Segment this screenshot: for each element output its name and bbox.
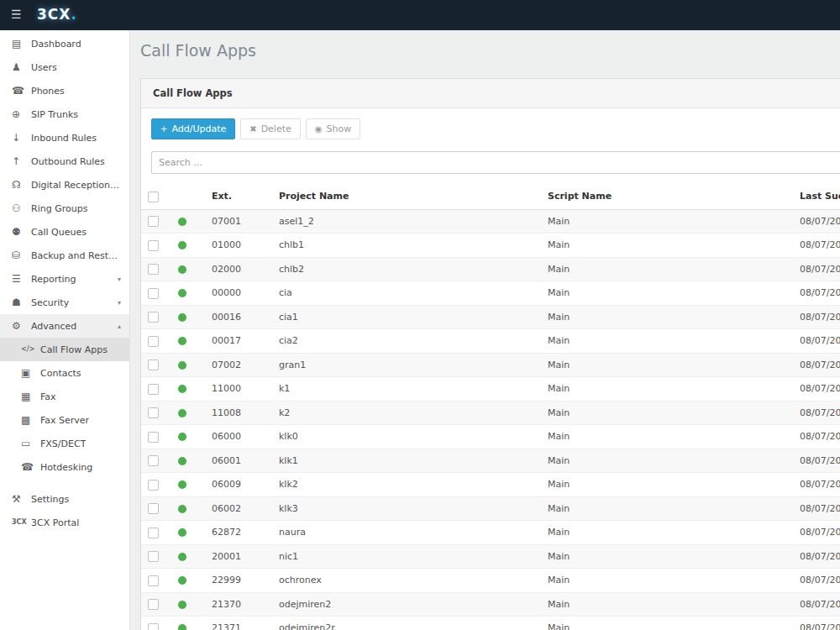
row-checkbox[interactable] <box>148 432 159 443</box>
row-checkbox[interactable] <box>148 503 159 514</box>
phone-icon: ☎ <box>12 86 31 96</box>
table-row[interactable]: 00016 cia1 Main 08/07/20 <box>141 305 840 329</box>
sidebar-item-reporting[interactable]: ☰Reporting▾ <box>0 267 129 291</box>
row-checkbox[interactable] <box>148 312 159 323</box>
row-checkbox[interactable] <box>148 288 159 299</box>
chevron-down-icon: ▾ <box>118 276 121 283</box>
ext-cell: 00000 <box>205 281 272 306</box>
table-row[interactable]: 21370 odejmiren2 Main 08/07/20 <box>141 592 840 617</box>
table-row[interactable]: 22999 ochronex Main 08/07/20 <box>141 569 840 593</box>
sidebar-item-dashboard[interactable]: ▤Dashboard <box>0 32 129 55</box>
delete-button[interactable]: ✖ Delete <box>240 118 301 139</box>
delete-label: Delete <box>261 123 291 134</box>
sidebar-item-call-queues[interactable]: ⚉Call Queues <box>0 220 129 244</box>
sidebar-item-call-flow-apps[interactable]: </>Call Flow Apps <box>0 338 129 361</box>
table-row[interactable]: 20001 nic1 Main 08/07/20 <box>141 544 840 569</box>
script-name-cell: Main <box>541 617 793 630</box>
sidebar-item-phones[interactable]: ☎Phones <box>0 79 129 102</box>
ext-cell: 07001 <box>205 209 272 234</box>
table-row[interactable]: 62872 naura Main 08/07/20 <box>141 521 840 545</box>
sidebar-item-portal[interactable]: 3CX3CX Portal <box>0 511 129 534</box>
script-name-cell: Main <box>541 209 793 234</box>
row-checkbox[interactable] <box>148 551 159 562</box>
sidebar-item-label: Contacts <box>40 368 81 379</box>
table-row[interactable]: 11000 k1 Main 08/07/20 <box>141 377 840 402</box>
script-name-cell: Main <box>541 353 793 377</box>
database-icon: ⛁ <box>12 250 31 260</box>
row-checkbox[interactable] <box>148 480 159 491</box>
select-all-checkbox[interactable] <box>148 192 159 202</box>
row-checkbox[interactable] <box>148 407 159 418</box>
last-successful-cell: 08/07/20 <box>793 473 840 497</box>
row-checkbox[interactable] <box>148 575 159 586</box>
sidebar-item-users[interactable]: ♟Users <box>0 55 129 79</box>
script-name-cell: Main <box>541 592 793 617</box>
table-row[interactable]: 07002 gran1 Main 08/07/20 <box>141 353 840 377</box>
table-row[interactable]: 21371 odejmiren2r Main 08/07/20 <box>141 617 840 630</box>
sidebar-item-inbound-rules[interactable]: ↓Inbound Rules <box>0 126 129 150</box>
row-checkbox[interactable] <box>148 599 159 610</box>
table-row[interactable]: 11008 k2 Main 08/07/20 <box>141 401 840 425</box>
row-checkbox[interactable] <box>148 360 159 370</box>
sidebar-item-advanced[interactable]: ⚙Advanced▴ <box>0 314 129 338</box>
status-dot <box>178 361 186 370</box>
sidebar-item-outbound-rules[interactable]: ↑Outbound Rules <box>0 150 129 173</box>
status-dot <box>178 528 186 537</box>
sidebar-item-ring-groups[interactable]: ⚇Ring Groups <box>0 197 129 220</box>
last-successful-cell: 08/07/20 <box>793 234 840 258</box>
table-row[interactable]: 06002 klk3 Main 08/07/20 <box>141 496 840 521</box>
sidebar-item-backup-restore[interactable]: ⛁Backup and Restore <box>0 244 129 267</box>
sidebar-item-fax-server[interactable]: ▩Fax Server <box>0 408 129 432</box>
chevron-up-icon: ▴ <box>118 323 121 330</box>
ext-cell: 07002 <box>205 353 272 377</box>
sidebar: ▤Dashboard♟Users☎Phones⊕SIP Trunks↓Inbou… <box>0 30 130 630</box>
plus-icon: + <box>160 124 167 134</box>
ring-groups-icon: ⚇ <box>12 203 31 213</box>
project-name-cell: klk3 <box>272 496 541 521</box>
sidebar-item-digital-receptionists[interactable]: ☊Digital Receptionists <box>0 173 129 197</box>
show-button[interactable]: ◉ Show <box>306 118 360 139</box>
row-checkbox[interactable] <box>148 336 159 347</box>
row-checkbox[interactable] <box>148 216 159 227</box>
script-name-cell: Main <box>541 425 793 449</box>
add-update-button[interactable]: + Add/Update <box>151 118 235 139</box>
script-name-cell: Main <box>541 234 793 258</box>
table-row[interactable]: 00017 cia2 Main 08/07/20 <box>141 329 840 354</box>
last-successful-cell: 08/07/20 <box>793 329 840 354</box>
sidebar-item-fax[interactable]: ▦Fax <box>0 385 129 408</box>
sidebar-item-contacts[interactable]: ▣Contacts <box>0 361 129 385</box>
table-row[interactable]: 06001 klk1 Main 08/07/20 <box>141 449 840 473</box>
last-successful-cell: 08/07/20 <box>793 449 840 473</box>
table-row[interactable]: 00000 cia Main 08/07/20 <box>141 281 840 306</box>
sidebar-item-sip-trunks[interactable]: ⊕SIP Trunks <box>0 102 129 126</box>
sidebar-item-hotdesking[interactable]: ☎Hotdesking <box>0 455 129 479</box>
sidebar-item-fxs-dect[interactable]: ▭FXS/DECT <box>0 432 129 455</box>
ext-cell: 06002 <box>205 496 272 521</box>
menu-icon[interactable]: ☰ <box>11 8 22 21</box>
project-name-cell: cia2 <box>272 329 541 354</box>
search-input[interactable] <box>151 151 840 174</box>
project-name-cell: klk0 <box>272 425 541 449</box>
sidebar-item-security[interactable]: ☗Security▾ <box>0 291 129 314</box>
script-name-cell: Main <box>541 449 793 473</box>
status-dot <box>178 313 186 322</box>
table-row[interactable]: 02000 chlb2 Main 08/07/20 <box>141 257 840 281</box>
last-successful-cell: 08/07/20 <box>793 377 840 402</box>
row-checkbox[interactable] <box>148 264 159 275</box>
table-row[interactable]: 01000 chlb1 Main 08/07/20 <box>141 234 840 258</box>
show-label: Show <box>327 123 352 134</box>
sidebar-item-label: Settings <box>31 494 69 505</box>
toolbar: + Add/Update ✖ Delete ◉ Show <box>141 108 840 150</box>
last-successful-cell: 08/07/20 <box>793 425 840 449</box>
row-checkbox[interactable] <box>148 528 159 538</box>
sidebar-item-settings[interactable]: ⚒Settings <box>0 487 129 511</box>
table-row[interactable]: 07001 asel1_2 Main 08/07/20 <box>141 209 840 234</box>
row-checkbox[interactable] <box>148 455 159 466</box>
sidebar-item-label: Call Flow Apps <box>40 344 108 355</box>
row-checkbox[interactable] <box>148 623 159 630</box>
row-checkbox[interactable] <box>148 384 159 395</box>
col-project-name: Project Name <box>272 184 541 209</box>
row-checkbox[interactable] <box>148 240 159 251</box>
table-row[interactable]: 06009 klk2 Main 08/07/20 <box>141 473 840 497</box>
table-row[interactable]: 06000 klk0 Main 08/07/20 <box>141 425 840 449</box>
